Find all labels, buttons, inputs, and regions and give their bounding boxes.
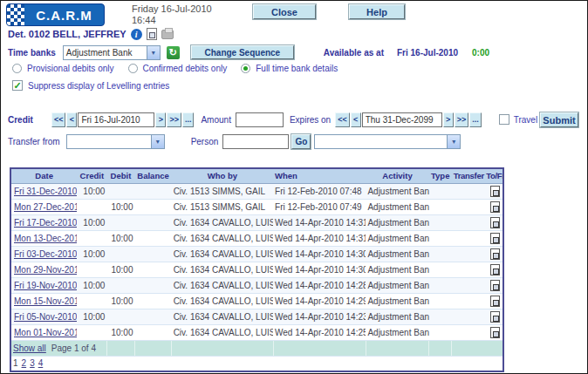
- activity-cell: Adjustment Bank: [366, 214, 428, 230]
- timebank-select[interactable]: Adjustment Bank ▾: [63, 45, 161, 60]
- whoby-cell: Civ. 1634 CAVALLO, LUISA: [172, 277, 273, 293]
- credit-cell: 10:00: [77, 309, 106, 324]
- radio-provisional-label: Provisional debits only: [27, 64, 114, 73]
- entry-date-link[interactable]: Mon 29-Nov-2010: [14, 265, 77, 275]
- when-cell: Wed 14-Apr-2010 14:31: [273, 214, 366, 230]
- entry-details-icon[interactable]: [490, 311, 500, 323]
- go-button[interactable]: Go: [291, 134, 311, 149]
- pagination-row: 1234: [10, 356, 503, 371]
- radio-confirmed-debits[interactable]: [128, 64, 138, 73]
- debit-cell: [106, 277, 134, 293]
- expires-date-last-button[interactable]: >>: [455, 112, 469, 127]
- expires-date-first-button[interactable]: <<: [335, 112, 350, 127]
- col-header-when[interactable]: When: [273, 168, 366, 183]
- entry-date-link[interactable]: Mon 13-Dec-2010: [14, 234, 77, 243]
- entry-details-icon[interactable]: [490, 201, 500, 213]
- when-cell: Fri 12-Feb-2010 07:49: [273, 199, 366, 214]
- balance-cell: [134, 293, 171, 309]
- expires-date-prev-button[interactable]: <: [351, 112, 361, 127]
- submit-button[interactable]: Submit: [540, 112, 578, 127]
- expires-date-input[interactable]: [362, 112, 442, 127]
- info-icon[interactable]: i: [131, 29, 142, 40]
- credit-cell: [77, 262, 106, 277]
- credit-cell: [77, 199, 106, 214]
- refresh-icon[interactable]: ↻: [167, 46, 180, 59]
- credit-cell: [77, 230, 106, 246]
- type-cell: [429, 199, 452, 214]
- credit-date-first-button[interactable]: <<: [51, 112, 66, 127]
- balance-cell: [134, 246, 171, 262]
- document-icon[interactable]: [147, 28, 157, 40]
- radio-provisional-debits[interactable]: [12, 64, 22, 73]
- entry-details-icon[interactable]: [490, 280, 500, 291]
- entry-date-link[interactable]: Mon 01-Nov-2010: [14, 328, 77, 337]
- transfer-from-select[interactable]: ▾: [66, 134, 165, 149]
- table-row: Fri 03-Dec-2010 10:00 Civ. 1634 CAVALLO,…: [10, 246, 503, 262]
- checkmark-icon: ✓: [13, 81, 21, 90]
- credit-cell: [77, 293, 106, 309]
- col-header-debit[interactable]: Debit: [106, 168, 134, 183]
- person-select[interactable]: ▾: [314, 134, 461, 149]
- entry-date-link[interactable]: Fri 17-Dec-2010: [14, 218, 77, 228]
- chevron-down-icon[interactable]: ▾: [151, 135, 164, 148]
- type-cell: [429, 230, 452, 246]
- entry-details-icon[interactable]: [490, 186, 500, 197]
- show-all-link[interactable]: Show all: [13, 343, 46, 353]
- balance-cell: [134, 277, 171, 293]
- printer-icon: [161, 30, 174, 39]
- col-header-transfer-tofrom[interactable]: Transfer To/From: [452, 168, 503, 183]
- page-number-link[interactable]: 4: [38, 358, 44, 368]
- debit-filter-radios: Provisional debits only Confirmed debits…: [12, 62, 346, 74]
- entry-details-icon[interactable]: [490, 233, 500, 244]
- close-button[interactable]: Close: [253, 4, 316, 19]
- page-number-link[interactable]: 2: [22, 358, 27, 368]
- entry-details-icon[interactable]: [490, 217, 500, 228]
- help-button[interactable]: Help: [349, 4, 405, 19]
- radio-full-details[interactable]: [241, 64, 250, 73]
- page-number-link[interactable]: 3: [30, 358, 35, 368]
- col-header-type[interactable]: Type: [429, 168, 452, 183]
- entry-details-icon[interactable]: [490, 327, 500, 338]
- amount-input[interactable]: [236, 112, 284, 127]
- table-row: Fri 19-Nov-2010 10:00 Civ. 1634 CAVALLO,…: [10, 277, 503, 293]
- entry-details-icon[interactable]: [490, 248, 500, 260]
- credit-date-next-button[interactable]: >: [155, 112, 166, 127]
- entry-date-link[interactable]: Fri 05-Nov-2010: [14, 312, 77, 322]
- carm-window: C.A.R.M Friday 16-Jul-2010 16:44 Close H…: [0, 0, 588, 374]
- chevron-down-icon[interactable]: ▾: [447, 135, 460, 148]
- col-header-credit[interactable]: Credit: [77, 168, 106, 183]
- whoby-cell: Civ. 1634 CAVALLO, LUISA: [172, 324, 273, 340]
- whoby-cell: Civ. 1513 SIMMS, GAIL: [172, 199, 273, 214]
- suppress-checkbox[interactable]: ✓: [12, 80, 23, 91]
- col-header-whoby[interactable]: Who by: [172, 168, 273, 183]
- travel-time-checkbox[interactable]: [499, 114, 509, 125]
- balance-cell: [134, 214, 171, 230]
- activity-cell: Adjustment Bank: [366, 293, 428, 309]
- change-sequence-button[interactable]: Change Sequence: [191, 45, 294, 59]
- entry-date-link[interactable]: Mon 15-Nov-2010: [14, 296, 77, 306]
- entry-date-link[interactable]: Fri 31-Dec-2010: [14, 187, 77, 196]
- credit-date-calendar-button[interactable]: ...: [182, 112, 195, 127]
- table-row: Mon 29-Nov-2010 10:00 Civ. 1634 CAVALLO,…: [10, 262, 503, 277]
- expires-date-next-button[interactable]: >: [443, 112, 454, 127]
- entry-date-link[interactable]: Mon 27-Dec-2010: [14, 202, 77, 212]
- person-input[interactable]: [222, 134, 289, 149]
- col-header-activity[interactable]: Activity: [366, 168, 428, 183]
- activity-cell: Adjustment Bank: [366, 230, 428, 246]
- credit-date-input[interactable]: [78, 112, 154, 127]
- entry-details-icon[interactable]: [490, 264, 500, 275]
- entry-details-icon[interactable]: [490, 296, 500, 307]
- expires-date-calendar-button[interactable]: ...: [469, 112, 482, 127]
- chevron-down-icon[interactable]: ▾: [147, 46, 160, 59]
- whoby-cell: Civ. 1634 CAVALLO, LUISA: [172, 246, 273, 262]
- entry-date-link[interactable]: Fri 03-Dec-2010: [14, 249, 77, 259]
- activity-cell: Adjustment Bank: [366, 262, 428, 277]
- col-header-date[interactable]: Date: [10, 168, 77, 183]
- col-header-balance[interactable]: Balance: [134, 168, 171, 183]
- table-row: Mon 01-Nov-2010 10:00 Civ. 1634 CAVALLO,…: [10, 324, 503, 340]
- suppress-label: Suppress display of Levelling entries: [28, 81, 169, 91]
- debit-cell: 10:00: [106, 293, 134, 309]
- credit-date-last-button[interactable]: >>: [167, 112, 181, 127]
- credit-date-prev-button[interactable]: <: [66, 112, 77, 127]
- entry-date-link[interactable]: Fri 19-Nov-2010: [14, 281, 77, 290]
